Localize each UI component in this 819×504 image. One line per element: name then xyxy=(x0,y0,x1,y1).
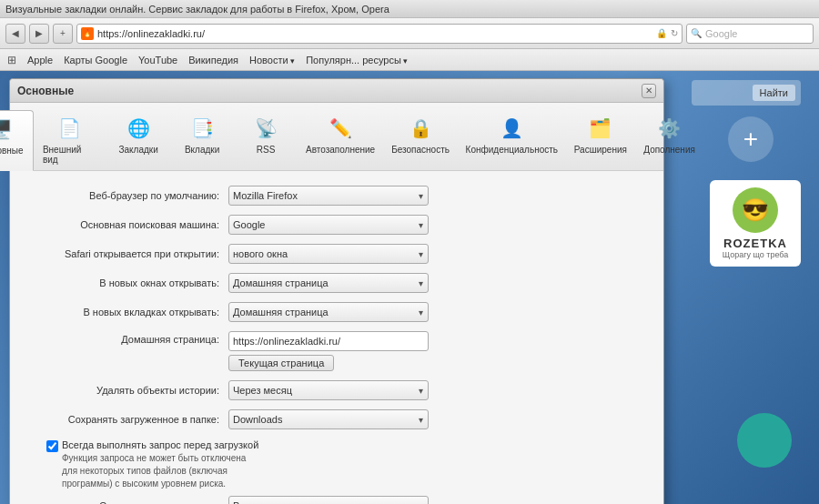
search-engine-row: Основная поисковая машина: Google xyxy=(28,215,645,235)
save-downloads-control: Downloads xyxy=(228,409,645,429)
new-windows-select-wrapper: Домашняя страница xyxy=(228,273,429,293)
rozetka-slogan: Щорагу що треба xyxy=(717,250,794,259)
search-placeholder: Google xyxy=(705,28,737,39)
tab-bookmarks-label: Закладки xyxy=(118,145,157,155)
save-downloads-select-wrapper: Downloads xyxy=(228,409,429,429)
new-tabs-row: В новых вкладках открывать: Домашняя стр… xyxy=(28,302,645,322)
bookmark-wikipedia[interactable]: Википедия xyxy=(188,55,238,66)
bookmarks-bar: ⊞ Apple Карты Google YouTube Википедия Н… xyxy=(0,49,819,71)
browser-title-bar: Визуальные закладки онлайн. Сервис закла… xyxy=(0,0,819,18)
tab-autofill-label: Автозаполнение xyxy=(306,145,375,155)
rozetka-name: ROZETKA xyxy=(717,237,794,250)
always-ask-row: Всегда выполнять запрос перед загрузкой … xyxy=(28,438,645,490)
bg-plus-button[interactable]: + xyxy=(728,116,774,162)
browser-default-row: Веб-браузер по умолчанию: Mozilla Firefo… xyxy=(28,186,645,206)
dialog-title-bar: Основные ✕ xyxy=(10,79,663,103)
rozetka-logo: 😎 xyxy=(733,187,778,233)
save-downloads-select[interactable]: Downloads xyxy=(228,409,429,429)
search-engine-select-wrapper: Google xyxy=(228,215,429,235)
clear-downloads-row: Очищать список загрузок: Вручную xyxy=(28,496,645,504)
general-icon: 🖥️ xyxy=(0,115,16,144)
privacy-icon: 👤 xyxy=(497,114,526,143)
dialog-close-button[interactable]: ✕ xyxy=(642,84,656,98)
add-tab-button[interactable]: + xyxy=(53,24,73,44)
safari-opens-select-wrapper: нового окна xyxy=(228,244,429,264)
save-downloads-row: Сохранять загруженное в папке: Downloads xyxy=(28,409,645,429)
tab-rss[interactable]: 📡 RSS xyxy=(234,110,298,170)
safari-opens-control: нового окна xyxy=(228,244,645,264)
always-ask-label: Всегда выполнять запрос перед загрузкой xyxy=(62,439,258,450)
remove-history-select[interactable]: Через месяц xyxy=(228,380,429,400)
bookmark-popular[interactable]: Популярн... ресурсы xyxy=(306,55,408,66)
bg-search-bar: Найти xyxy=(692,80,801,106)
tab-extensions[interactable]: 🗂️ Расширения xyxy=(566,110,635,170)
browser-default-select[interactable]: Mozilla Firefox xyxy=(228,186,429,206)
search-engine-select[interactable]: Google xyxy=(228,215,429,235)
settings-tabs: 🖥️ Основные 📄 Внешний вид 🌐 Закладки 📑 В… xyxy=(0,110,703,170)
clear-downloads-label: Очищать список загрузок: xyxy=(28,500,228,504)
tab-appearance-label: Внешний вид xyxy=(43,145,97,165)
new-windows-row: В новых окнах открывать: Домашняя страни… xyxy=(28,273,645,293)
remove-history-select-wrapper: Через месяц xyxy=(228,380,429,400)
search-icon: 🔍 xyxy=(691,28,702,38)
tab-general[interactable]: 🖥️ Основные xyxy=(0,110,34,171)
rss-icon: 📡 xyxy=(251,114,280,143)
current-page-button[interactable]: Текущая страница xyxy=(228,355,334,371)
back-button[interactable]: ◀ xyxy=(5,24,25,44)
tab-autofill[interactable]: ✏️ Автозаполнение xyxy=(298,110,383,170)
always-ask-label-container: Всегда выполнять запрос перед загрузкой … xyxy=(62,438,258,490)
browser-default-label: Веб-браузер по умолчанию: xyxy=(28,190,228,201)
search-engine-label: Основная поисковая машина: xyxy=(28,219,228,230)
browser-title: Визуальные закладки онлайн. Сервис закла… xyxy=(5,4,389,15)
new-tabs-label: В новых вкладках открывать: xyxy=(28,307,228,318)
dialog-title: Основные xyxy=(17,85,74,97)
bookmark-news[interactable]: Новости xyxy=(249,55,295,66)
bookmarks-tab-icon: 🌐 xyxy=(124,114,153,143)
settings-content: Веб-браузер по умолчанию: Mozilla Firefo… xyxy=(10,171,663,504)
tab-appearance[interactable]: 📄 Внешний вид xyxy=(34,110,106,170)
new-windows-control: Домашняя страница xyxy=(228,273,645,293)
forward-button[interactable]: ▶ xyxy=(29,24,49,44)
extensions-icon: 🗂️ xyxy=(586,114,615,143)
browser-content: Найти + 😎 ROZETKA Щорагу що треба Основн… xyxy=(0,71,819,504)
search-bar[interactable]: 🔍 Google xyxy=(686,24,814,44)
safari-opens-select[interactable]: нового окна xyxy=(228,244,429,264)
always-ask-sublabel: Функция запроса не может быть отключенад… xyxy=(62,452,258,490)
always-ask-checkbox[interactable] xyxy=(46,440,58,452)
refresh-icon[interactable]: ↻ xyxy=(671,28,678,38)
search-engine-control: Google xyxy=(228,215,645,235)
tab-security[interactable]: 🔒 Безопасность xyxy=(383,110,458,170)
bookmark-apple[interactable]: Apple xyxy=(27,55,53,66)
settings-dialog: Основные ✕ 🖥️ Основные 📄 Внешний вид 🌐 З… xyxy=(9,78,664,504)
new-windows-select[interactable]: Домашняя страница xyxy=(228,273,429,293)
clear-downloads-select[interactable]: Вручную xyxy=(228,496,429,504)
tab-addons-label: Дополнения xyxy=(643,145,695,155)
homepage-label: Домашняя страница: xyxy=(28,331,228,345)
remove-history-label: Удалять объекты истории: xyxy=(28,385,228,396)
tab-extensions-label: Расширения xyxy=(574,145,627,155)
bookmarks-icon: ⊞ xyxy=(7,54,16,66)
tab-security-label: Безопасность xyxy=(391,145,450,155)
tab-general-label: Основные xyxy=(0,146,24,156)
homepage-row: Домашняя страница: Текущая страница xyxy=(28,331,645,371)
safari-opens-label: Safari открывается при открытии: xyxy=(28,248,228,259)
settings-toolbar: 🖥️ Основные 📄 Внешний вид 🌐 Закладки 📑 В… xyxy=(10,103,663,171)
security-icon: 🔒 xyxy=(406,114,435,143)
tab-tabs[interactable]: 📑 Вкладки xyxy=(170,110,234,170)
bookmark-youtube[interactable]: YouTube xyxy=(138,55,177,66)
bg-search-button[interactable]: Найти xyxy=(753,85,795,101)
homepage-input[interactable] xyxy=(228,331,429,351)
bg-teal-circle xyxy=(737,413,792,468)
tab-privacy-label: Конфиденциальность xyxy=(466,145,558,155)
browser-default-select-wrapper: Mozilla Firefox xyxy=(228,186,429,206)
new-tabs-select[interactable]: Домашняя страница xyxy=(228,302,429,322)
browser-default-control: Mozilla Firefox xyxy=(228,186,645,206)
tab-rss-label: RSS xyxy=(257,145,276,155)
url-bar[interactable]: 🔥 https://onlinezakladki.ru/ 🔒 ↻ xyxy=(76,24,682,44)
tab-privacy[interactable]: 👤 Конфиденциальность xyxy=(458,110,566,170)
tab-addons[interactable]: ⚙️ Дополнения xyxy=(635,110,703,170)
tab-bookmarks[interactable]: 🌐 Закладки xyxy=(106,110,170,170)
safari-opens-row: Safari открывается при открытии: нового … xyxy=(28,244,645,264)
bookmark-google-maps[interactable]: Карты Google xyxy=(64,55,127,66)
tabs-icon: 📑 xyxy=(187,114,217,143)
